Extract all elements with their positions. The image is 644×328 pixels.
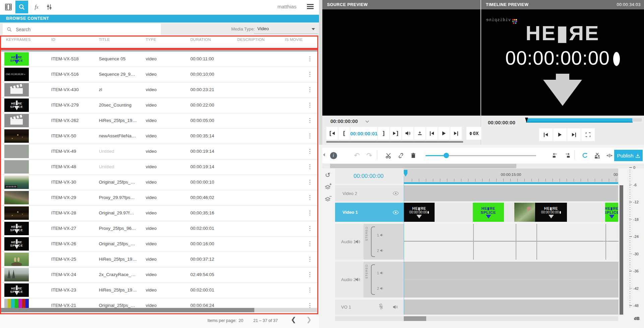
goto-start-button[interactable] (539, 128, 553, 141)
kebab-menu-icon[interactable]: ⋮ (307, 179, 313, 186)
track-content-audio1[interactable] (404, 224, 619, 260)
redo-button[interactable]: ↷ (364, 150, 374, 160)
col-description[interactable]: DESCRIPTION (237, 38, 265, 42)
kebab-menu-icon[interactable]: ⋮ (307, 132, 313, 140)
timeline-monitor[interactable]: vidispine HE▮ЯE 00:00:00:00 (481, 9, 644, 116)
kebab-menu-icon[interactable]: ⋮ (307, 55, 313, 63)
track-header-audio1[interactable]: Audio 1 (335, 224, 364, 260)
table-row[interactable]: ITEM-VX-516 Sequence 29_9… video 00;00;1… (0, 67, 318, 82)
timeline-top-scrollbar[interactable] (322, 164, 644, 168)
timeline-ruler[interactable]: 00:00:15:00 00 (404, 169, 618, 184)
goto-out-button[interactable]: ] (390, 127, 401, 140)
fit-timeline-button[interactable] (604, 150, 615, 160)
table-row[interactable]: ITEM-VX-50 newAssetFileNa… video 00:00:3… (0, 129, 318, 144)
kebab-menu-icon[interactable]: ⋮ (307, 271, 313, 278)
track-content-vo1[interactable] (404, 300, 619, 315)
table-row[interactable]: ITEM-VX-518 Sequence 05 video 00:00:11:0… (0, 52, 318, 67)
cut-button[interactable] (383, 150, 393, 160)
table-row[interactable]: ITEM-VX-30 Original_25fps_… video 00:00:… (0, 175, 318, 190)
kebab-menu-icon[interactable]: ⋮ (307, 240, 313, 248)
settings-tab-button[interactable] (43, 1, 56, 13)
table-row[interactable]: ITEM-VX-430 zl video 00:00:23:21 ⋮ (0, 82, 318, 98)
timeline-clip-photo[interactable] (514, 203, 535, 222)
col-keyframes[interactable]: KEYFRAMES (6, 38, 31, 42)
speaker-icon[interactable] (380, 271, 384, 275)
table-horizontal-scrollbar[interactable] (1, 308, 317, 312)
timeline-bottom-scrollbar[interactable] (335, 316, 618, 321)
speaker-icon[interactable] (393, 305, 398, 309)
undo-button[interactable]: ↶ (352, 150, 362, 160)
speaker-icon[interactable] (380, 249, 384, 252)
track-content-video2[interactable] (404, 185, 618, 201)
chevron-down-icon[interactable] (365, 120, 369, 123)
speaker-icon[interactable] (355, 277, 361, 282)
table-row[interactable]: ITEM-VX-27 Proxy_25fps_96… video 00:02:0… (0, 221, 318, 237)
mark-in-button[interactable]: [ (338, 127, 350, 140)
history-icon[interactable]: ↺ (325, 171, 330, 179)
prev-page-button[interactable]: ❮ (291, 316, 296, 323)
mark-out-button[interactable]: ] (378, 127, 389, 140)
table-row[interactable]: ITEM-VX-25 HiRes_25fps_19… video 00:00:3… (0, 252, 318, 267)
zoom-slider-track[interactable] (426, 155, 536, 156)
delete-button[interactable] (408, 150, 418, 160)
table-row[interactable]: ITEM-VX-23 HiRes_25fps_19… video 00:02:0… (0, 283, 318, 298)
playhead-timecode[interactable]: 00:00:00:00 (353, 173, 384, 180)
collapse-arrow-icon[interactable] (323, 153, 325, 156)
track-header-audio2[interactable]: Audio 2 (335, 262, 364, 298)
insert-to-timeline-button[interactable] (414, 127, 426, 140)
track-header-video2[interactable]: Video 2 (335, 185, 404, 201)
preview-progress-bar[interactable] (526, 118, 642, 122)
scrollbar-thumb[interactable] (330, 164, 516, 168)
table-row[interactable]: ITEM-VX-48 Untitled video 00:00:19:14 ⋮ (0, 159, 318, 175)
unlink-button[interactable] (396, 150, 406, 160)
info-button[interactable]: i (328, 150, 338, 160)
track-content-video1[interactable]: HE▮ЯE 00:00:00:00 HE▮ЯE SPLICE HE▮ЯE 00:… (404, 203, 618, 222)
kebab-menu-icon[interactable]: ⋮ (307, 117, 313, 124)
filmstrip-tab-button[interactable] (2, 1, 15, 13)
ripple-left-button[interactable] (550, 150, 560, 160)
kebab-menu-icon[interactable]: ⋮ (307, 209, 313, 217)
track-content-audio2[interactable] (404, 262, 619, 298)
volume-button[interactable] (402, 127, 413, 140)
publish-button[interactable]: Publish (614, 150, 643, 161)
scrollbar-thumb[interactable] (1, 308, 254, 312)
next-frame-button[interactable] (450, 127, 462, 140)
col-duration[interactable]: DURATION (190, 38, 211, 42)
media-type-value[interactable]: Video (257, 26, 269, 31)
col-type[interactable]: TYPE (146, 38, 156, 42)
table-row[interactable]: ITEM-VX-28 Original_29.97f… video 00;00;… (0, 206, 318, 221)
ripple-right-button[interactable] (562, 150, 572, 160)
kebab-menu-icon[interactable]: ⋮ (307, 71, 313, 78)
table-row[interactable]: ITEM-VX-49 Untitled video 00:00:19:14 ⋮ (0, 144, 318, 159)
kebab-menu-icon[interactable]: ⋮ (307, 225, 313, 232)
track-header-video1[interactable]: Video 1 (335, 203, 404, 222)
hamburger-menu-icon[interactable] (307, 4, 314, 9)
table-row[interactable]: ITEM-VX-24 2x_CrazyRace_… video 02:49:54… (0, 267, 318, 283)
goto-end-button[interactable] (567, 128, 581, 141)
zoom-slider-knob[interactable] (444, 153, 449, 158)
kebab-menu-icon[interactable]: ⋮ (307, 86, 313, 93)
eye-icon[interactable] (393, 210, 399, 214)
current-user[interactable]: matthias (277, 4, 297, 9)
items-per-page-value[interactable]: 20 (239, 318, 243, 323)
mic-muted-icon[interactable] (379, 304, 383, 310)
snap-button[interactable] (580, 150, 590, 160)
remove-track-icon[interactable] (324, 195, 332, 202)
in-point-timecode[interactable]: 00:00:00:01 (350, 127, 377, 140)
play-button[interactable] (553, 128, 567, 141)
prev-frame-button[interactable] (426, 127, 438, 140)
play-button[interactable] (438, 127, 450, 140)
col-id[interactable]: ID (51, 38, 55, 42)
kebab-menu-icon[interactable]: ⋮ (307, 163, 313, 171)
timeline-clip-splice[interactable]: HE▮ЯE SPLICE (605, 203, 618, 222)
kebab-menu-icon[interactable]: ⋮ (307, 194, 313, 201)
kebab-menu-icon[interactable]: ⋮ (307, 102, 313, 109)
timeline-clip-countdown[interactable]: HE▮ЯE 00:00:00:00 (535, 203, 567, 222)
search-input[interactable] (15, 26, 144, 32)
table-row[interactable]: ITEM-VX-262 HiRes_25fps_19… video 00:00:… (0, 113, 318, 129)
track-header-vo1[interactable]: VO 1 (335, 300, 404, 315)
speaker-icon[interactable] (355, 240, 361, 244)
search-field[interactable] (3, 23, 161, 35)
timeline-clip-countdown[interactable]: HE▮ЯE 00:00:00:00 (404, 203, 435, 222)
scrollbar-thumb[interactable] (404, 316, 426, 321)
